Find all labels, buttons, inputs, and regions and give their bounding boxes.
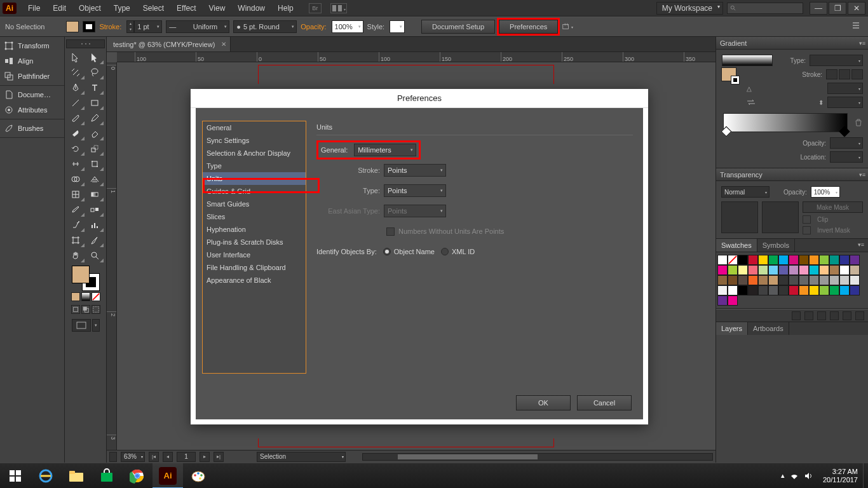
swatch-cell[interactable] — [717, 295, 728, 306]
draw-normal-button[interactable] — [71, 305, 80, 314]
page-number-field[interactable]: 1 — [177, 452, 196, 462]
document-tab[interactable]: testing* @ 63% (CMYK/Preview) ✕ — [107, 37, 231, 51]
panel-transform[interactable]: Transform — [0, 38, 64, 53]
artboards-tab[interactable]: Artboards — [748, 322, 789, 335]
swatch-cell[interactable] — [728, 265, 738, 275]
swatch-cell[interactable] — [778, 255, 789, 265]
workspace-switcher[interactable]: My Workspace — [656, 2, 723, 15]
units-stroke-dropdown[interactable]: Points — [384, 164, 446, 177]
gradient-mode-button[interactable] — [81, 292, 90, 301]
swatches-tab[interactable]: Swatches — [716, 239, 757, 252]
swatch-cell[interactable] — [829, 265, 839, 275]
paintbrush-tool[interactable] — [66, 111, 85, 126]
menu-type[interactable]: Type — [107, 1, 137, 15]
swatch-cell[interactable] — [839, 265, 850, 275]
panel-menu-icon[interactable]: ▾≡ — [859, 172, 865, 178]
system-tray[interactable]: ▴ — [776, 471, 818, 480]
symbols-tab[interactable]: Symbols — [757, 239, 795, 252]
selection-tool[interactable] — [66, 50, 85, 65]
panel-document-info[interactable]: Docume… — [0, 87, 64, 102]
fill-swatch[interactable] — [66, 21, 79, 32]
menu-edit[interactable]: Edit — [46, 1, 72, 15]
gradient-preview[interactable] — [722, 55, 773, 66]
mesh-tool[interactable] — [66, 187, 85, 202]
swatch-cell[interactable] — [758, 265, 768, 275]
swatch-cell[interactable] — [778, 265, 789, 275]
eyedropper-tool[interactable] — [66, 202, 85, 217]
menu-object[interactable]: Object — [72, 1, 107, 15]
pref-category-guides[interactable]: Guides & Grid — [203, 185, 306, 198]
swatch-kinds-button[interactable] — [804, 311, 813, 320]
stroke-grad-within-button[interactable] — [826, 69, 837, 79]
pref-category-type[interactable]: Type — [203, 159, 306, 172]
menu-file[interactable]: File — [22, 1, 46, 15]
swatch-cell[interactable] — [748, 255, 758, 265]
next-page-button[interactable]: ▸ — [200, 452, 210, 462]
gradient-slider[interactable] — [723, 113, 848, 132]
pref-category-ui[interactable]: User Interface — [203, 248, 306, 261]
brush-dropdown[interactable]: ●5 pt. Round — [233, 20, 297, 33]
swatch-cell[interactable] — [809, 285, 819, 295]
layers-tab[interactable]: Layers — [716, 322, 748, 335]
swatch-cell[interactable] — [748, 275, 758, 285]
artboard-tool[interactable] — [66, 233, 85, 248]
pref-category-black[interactable]: Appearance of Black — [203, 274, 306, 287]
pref-category-hyphenation[interactable]: Hyphenation — [203, 223, 306, 236]
line-tool[interactable] — [66, 95, 85, 111]
gradient-type-dropdown[interactable] — [810, 55, 863, 66]
color-mode-button[interactable] — [71, 292, 80, 301]
swatch-cell[interactable] — [809, 255, 819, 265]
lasso-tool[interactable] — [85, 65, 104, 80]
horizontal-scrollbar[interactable] — [362, 453, 713, 461]
transp-opacity-dropdown[interactable]: 100% — [811, 186, 840, 198]
rectangle-tool[interactable] — [85, 95, 104, 111]
swatch-cell[interactable] — [758, 285, 768, 295]
blend-mode-dropdown[interactable]: Normal — [721, 186, 770, 198]
ok-button[interactable]: OK — [516, 395, 571, 410]
close-tab-icon[interactable]: ✕ — [221, 41, 226, 48]
close-button[interactable]: ✕ — [848, 2, 865, 15]
delete-stop-icon[interactable] — [854, 118, 863, 127]
gradient-angle-dropdown[interactable] — [827, 83, 863, 94]
swatch-cell[interactable] — [738, 275, 748, 285]
stroke-grad-across-button[interactable] — [851, 69, 863, 79]
preferences-button[interactable]: Preferences — [499, 20, 558, 34]
swatch-cell[interactable] — [768, 275, 778, 285]
swatch-cell[interactable] — [717, 275, 728, 285]
swatch-cell[interactable] — [778, 275, 789, 285]
panel-menu-icon[interactable]: ▾≡ — [854, 239, 868, 252]
swatch-cell[interactable] — [768, 285, 778, 295]
magic-wand-tool[interactable] — [66, 65, 85, 80]
align-to-icon[interactable]: ▾ — [562, 21, 573, 32]
arrange-docs-icon[interactable]: ▾ — [330, 3, 347, 13]
stroke-swatch[interactable] — [83, 21, 95, 32]
draw-behind-button[interactable] — [81, 305, 90, 314]
stroke-profile-dropdown[interactable]: —Uniform — [166, 20, 229, 33]
fill-color[interactable] — [72, 266, 90, 283]
menu-view[interactable]: View — [203, 1, 232, 15]
units-general-dropdown[interactable]: Millimeters — [354, 144, 416, 156]
swatch-cell[interactable] — [850, 255, 860, 265]
clip-checkbox[interactable] — [803, 215, 811, 224]
swatch-cell[interactable] — [789, 255, 799, 265]
pen-tool[interactable] — [66, 80, 85, 95]
swatch-cell[interactable] — [748, 265, 758, 275]
identify-xml-id-radio[interactable] — [441, 248, 449, 255]
free-transform-tool[interactable] — [85, 156, 104, 172]
swatch-cell[interactable] — [748, 285, 758, 295]
hand-tool[interactable] — [66, 248, 85, 263]
reverse-grad-icon[interactable] — [747, 99, 756, 105]
type-tool[interactable] — [85, 80, 104, 95]
swatch-cell[interactable] — [789, 275, 799, 285]
symbol-sprayer-tool[interactable] — [66, 217, 85, 233]
taskbar-illustrator[interactable]: Ai — [153, 463, 183, 489]
show-desktop-button[interactable] — [863, 463, 868, 489]
panel-brushes[interactable]: Brushes — [0, 121, 64, 136]
pref-category-smart-guides[interactable]: Smart Guides — [203, 198, 306, 210]
ruler-horizontal[interactable]: 100 50 0 50 100 150 200 250 300 350 — [117, 52, 715, 62]
swatch-cell[interactable] — [819, 285, 829, 295]
swatch-cell[interactable] — [799, 285, 809, 295]
taskbar-paint[interactable] — [183, 463, 214, 489]
swatch-cell[interactable] — [768, 265, 778, 275]
swatch-cell[interactable] — [799, 275, 809, 285]
